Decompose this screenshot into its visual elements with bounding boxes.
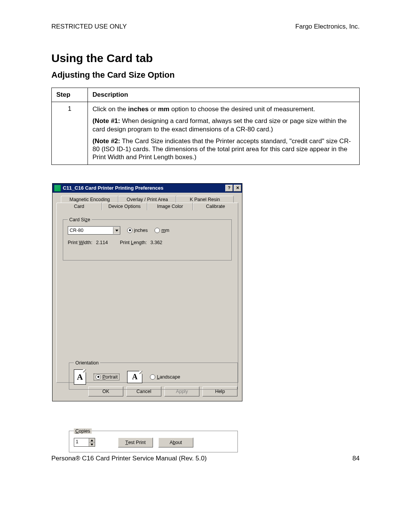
tab-overlay-print-area[interactable]: Overlay / Print Area bbox=[118, 196, 176, 203]
legend-copies: Copies bbox=[74, 428, 92, 434]
page-header: RESTRICTED USE ONLY Fargo Electronics, I… bbox=[51, 23, 360, 30]
desc-cell: Click on the inches or mm option to choo… bbox=[88, 102, 360, 165]
close-icon[interactable]: ✕ bbox=[234, 185, 241, 192]
tab-panel-card: Card Size CR-80 inches mm bbox=[56, 210, 238, 383]
page-footer: Persona® C16 Card Printer Service Manual… bbox=[51, 455, 360, 462]
svg-marker-1 bbox=[91, 439, 93, 441]
spin-down-icon[interactable] bbox=[89, 443, 95, 446]
copies-stepper[interactable]: 1 bbox=[74, 438, 95, 447]
app-icon bbox=[54, 185, 61, 192]
desc-p3: (Note #2: The Card Size indicates that t… bbox=[92, 137, 355, 161]
header-right: Fargo Electronics, Inc. bbox=[295, 23, 360, 30]
radio-portrait[interactable]: Portrait bbox=[94, 374, 119, 380]
print-length-label: Print Length: bbox=[120, 240, 147, 245]
spin-up-icon[interactable] bbox=[89, 438, 95, 443]
step-cell: 1 bbox=[52, 102, 88, 165]
tab-k-panel-resin[interactable]: K Panel Resin bbox=[176, 196, 234, 203]
titlebar[interactable]: C11_C16 Card Printer Printing Preference… bbox=[53, 184, 242, 193]
tab-calibrate[interactable]: Calibrate bbox=[193, 203, 239, 210]
tab-device-options[interactable]: Device Options bbox=[102, 203, 148, 210]
about-button[interactable]: About bbox=[158, 438, 193, 447]
desc-p2: (Note #1: When designing a card format, … bbox=[92, 117, 355, 133]
group-orientation: Orientation A Portrait A Landscape bbox=[69, 360, 238, 390]
desc-p1: Click on the inches or mm option to choo… bbox=[92, 105, 355, 113]
print-width-label: Print Width: bbox=[68, 240, 92, 245]
footer-left: Persona® C16 Card Printer Service Manual… bbox=[51, 455, 207, 462]
portrait-page-icon: A bbox=[74, 369, 86, 385]
card-size-select[interactable]: CR-80 bbox=[68, 226, 120, 235]
test-print-button[interactable]: Test Print bbox=[118, 438, 153, 447]
col-step: Step bbox=[52, 88, 88, 102]
print-length-value: 3.362 bbox=[150, 240, 162, 245]
step-table: Step Description 1 Click on the inches o… bbox=[51, 88, 360, 165]
header-left: RESTRICTED USE ONLY bbox=[51, 23, 127, 30]
page-subtitle: Adjusting the Card Size Option bbox=[51, 70, 360, 80]
radio-inches[interactable]: inches bbox=[127, 228, 148, 233]
landscape-page-icon: A bbox=[127, 371, 142, 383]
tab-image-color[interactable]: Image Color bbox=[147, 203, 193, 210]
tab-magnetic-encoding[interactable]: Magnetic Encoding bbox=[61, 196, 118, 203]
legend-orientation: Orientation bbox=[74, 360, 100, 366]
tab-card[interactable]: Card bbox=[56, 203, 102, 210]
svg-marker-0 bbox=[115, 230, 118, 232]
legend-card-size: Card Size bbox=[68, 217, 92, 222]
tabs-row-front: Card Device Options Image Color Calibrat… bbox=[56, 203, 238, 210]
dialog-title: C11_C16 Card Printer Printing Preference… bbox=[63, 185, 225, 191]
footer-page-number: 84 bbox=[352, 455, 360, 462]
svg-marker-2 bbox=[91, 444, 93, 446]
radio-landscape[interactable]: Landscape bbox=[150, 374, 180, 380]
tabs-row-back: Magnetic Encoding Overlay / Print Area K… bbox=[61, 196, 234, 203]
print-dimensions: Print Width: 2.114 Print Length: 3.362 bbox=[68, 240, 227, 245]
page-title: Using the Card tab bbox=[51, 52, 360, 65]
chevron-down-icon[interactable] bbox=[113, 227, 120, 234]
group-card-size: Card Size CR-80 inches mm bbox=[63, 217, 232, 260]
help-icon[interactable]: ? bbox=[225, 185, 233, 192]
group-copies: Copies 1 Test Print About bbox=[69, 428, 238, 452]
preferences-dialog: C11_C16 Card Printer Printing Preference… bbox=[52, 183, 242, 401]
print-width-value: 2.114 bbox=[96, 240, 108, 245]
col-desc: Description bbox=[88, 88, 360, 102]
radio-mm[interactable]: mm bbox=[155, 228, 169, 233]
